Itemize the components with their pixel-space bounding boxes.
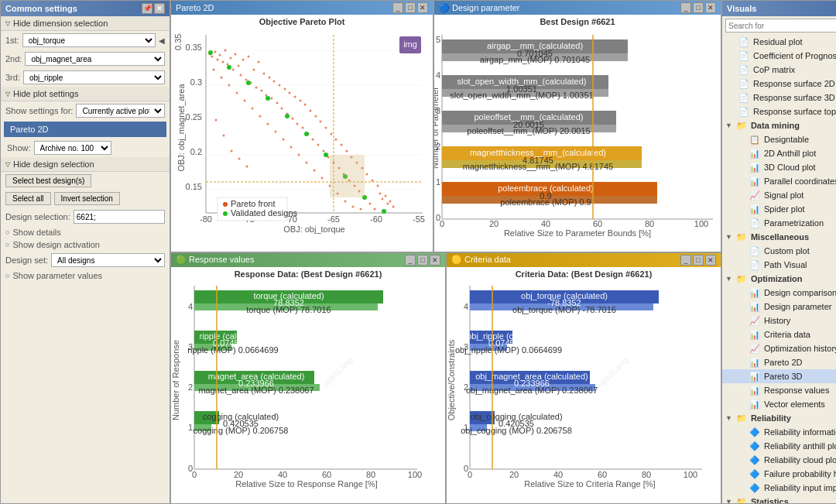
tree-item-pareto3d[interactable]: 📊 Pareto 3D — [722, 369, 836, 383]
opt-arrow[interactable]: ▼ — [725, 275, 732, 283]
tree-item-designtable[interactable]: 📋 Designtable — [722, 132, 836, 146]
svg-point-58 — [300, 100, 302, 102]
criteria-close[interactable]: ✕ — [705, 255, 716, 266]
select-best-button[interactable]: Select best design(s) — [5, 174, 91, 187]
hide-dimension-section[interactable]: ▽ Hide dimension selection — [1, 16, 170, 31]
tree-item-cloud3d[interactable]: 📊 3D Cloud plot — [722, 160, 836, 174]
svg-point-88 — [377, 185, 379, 187]
close-button[interactable]: ✕ — [154, 3, 165, 14]
tree-item-rs3d[interactable]: 📄 Response surface 3D plot — [722, 91, 836, 105]
tree-item-rel-imp[interactable]: 🔷 Reliability input importance — [722, 481, 836, 495]
tree-item-spider[interactable]: 📊 Spider plot — [722, 202, 836, 216]
svg-point-76 — [346, 150, 348, 153]
svg-text:4: 4 — [464, 302, 468, 311]
show-dropdown[interactable]: Archive no. 100 — [34, 141, 111, 155]
visuals-titlebar: Visuals 📌 ✕ — [722, 1, 836, 16]
tree-item-design-compare[interactable]: 📊 Design comparison plot — [722, 286, 836, 300]
tree-item-label: Reliability information — [764, 427, 836, 437]
show-param-row[interactable]: ○ Show parameter values — [1, 269, 170, 282]
first-dropdown[interactable]: obj_torque — [22, 33, 156, 47]
svg-point-24 — [211, 56, 214, 58]
tree-item-rs2d[interactable]: 📄 Response surface 2D plot — [722, 77, 836, 91]
pareto-minimize[interactable]: _ — [392, 2, 403, 13]
show-row: Show: Archive no. 100 — [1, 139, 170, 157]
criteria-maximize[interactable]: □ — [693, 255, 704, 266]
svg-text:0.3: 0.3 — [190, 77, 202, 87]
svg-text:100: 100 — [684, 470, 697, 479]
svg-point-124 — [285, 114, 290, 118]
hide-design-section[interactable]: ▽ Hide design selection — [1, 157, 170, 172]
svg-text:20: 20 — [509, 470, 519, 479]
tree-item-label: Failure probability history — [764, 469, 836, 478]
svg-point-38 — [248, 56, 250, 58]
svg-text:40: 40 — [553, 470, 563, 479]
hide-plot-section[interactable]: ▽ Hide plot settings — [1, 87, 170, 101]
pareto-close[interactable]: ✕ — [417, 2, 428, 13]
tree-item-cop[interactable]: 📄 Coefficient of Prognosis — [722, 49, 836, 63]
tree-item-residual[interactable]: 📄 Residual plot — [722, 35, 836, 49]
second-dropdown[interactable]: obj_magnet_area — [25, 52, 165, 66]
criteria-minimize[interactable]: _ — [680, 255, 691, 266]
tree-item-rstop[interactable]: 📄 Response surface topview ... — [722, 105, 836, 118]
design-minimize[interactable]: _ — [680, 2, 691, 13]
active-item-label: Pareto 2D — [10, 125, 49, 134]
tree-item-cop-matrix[interactable]: 📄 CoP matrix — [722, 63, 836, 77]
tree-item-anthill2d[interactable]: 📊 2D Anthill plot — [722, 146, 836, 160]
tree-item-criteria[interactable]: 📊 Criteria data — [722, 327, 836, 341]
pin-button[interactable]: 📌 — [142, 3, 152, 14]
svg-point-42 — [258, 61, 260, 63]
show-settings-dropdown[interactable]: Currently active plot — [76, 104, 165, 118]
svg-point-31 — [230, 57, 232, 60]
opt-folder-icon: 📁 — [735, 273, 748, 285]
third-field-row: 3rd: obj_ripple — [1, 68, 170, 87]
tree-item-vector[interactable]: 📊 Vector elements — [722, 397, 836, 411]
design-selection-input[interactable] — [74, 210, 165, 224]
tree-item-label: Parametrization — [764, 218, 824, 228]
residual-icon: 📄 — [738, 36, 750, 48]
design-set-dropdown[interactable]: All designs — [51, 253, 165, 267]
misc-arrow[interactable]: ▼ — [725, 233, 732, 241]
tree-item-parallel[interactable]: 📊 Parallel coordinates plot — [722, 174, 836, 188]
response-maximize[interactable]: □ — [417, 255, 428, 266]
svg-text:60: 60 — [598, 470, 607, 479]
visuals-search-input[interactable] — [725, 19, 836, 33]
svg-text:0: 0 — [440, 219, 444, 228]
show-details-row[interactable]: ○ Show details — [1, 226, 170, 238]
svg-text:4: 4 — [188, 302, 193, 311]
tree-item-history[interactable]: 📈 History — [722, 314, 836, 327]
tree-item-rel-cloud[interactable]: 🔷 Reliability cloud plot — [722, 453, 836, 467]
active-item[interactable]: Pareto 2D — [4, 122, 166, 137]
tree-item-design-param[interactable]: 📊 Design parameter — [722, 300, 836, 314]
tree-item-response-values[interactable]: 📊 Response values — [722, 383, 836, 397]
design-maximize[interactable]: □ — [693, 2, 704, 13]
rel-arrow[interactable]: ▼ — [725, 414, 732, 422]
svg-point-125 — [304, 132, 309, 136]
response-minimize[interactable]: _ — [405, 255, 416, 266]
tree-item-pareto2d[interactable]: 📊 Pareto 2D — [722, 355, 836, 369]
tree-item-rel-ant[interactable]: 🔷 Reliability anthill plot — [722, 439, 836, 453]
tree-item-opt-hist[interactable]: 📈 Optimization history (Beta) — [722, 341, 836, 355]
left-panel-title: Common settings — [5, 4, 77, 13]
tree-item-path-visual[interactable]: 📄 Path Visual — [722, 258, 836, 272]
tree-item-param[interactable]: 📄 Parametrization — [722, 216, 836, 230]
svg-point-91 — [385, 195, 387, 197]
tree-item-rel-info[interactable]: 🔷 Reliability information — [722, 425, 836, 439]
tree-item-fail-prob[interactable]: 🔷 Failure probability history — [722, 467, 836, 481]
data-mining-arrow[interactable]: ▼ — [725, 122, 732, 129]
design-close[interactable]: ✕ — [705, 2, 716, 13]
svg-text:0.25: 0.25 — [186, 112, 202, 122]
stat-arrow[interactable]: ▼ — [725, 498, 732, 503]
svg-text:obj_ripple (MOP) 0.0664699: obj_ripple (MOP) 0.0664699 — [455, 345, 562, 355]
svg-text:magnetthickness__mm_(MOP) 4.81: magnetthickness__mm_(MOP) 4.81745 — [463, 162, 613, 171]
show-design-row[interactable]: ○ Show design activation — [1, 238, 170, 251]
tree-item-signal[interactable]: 📈 Signal plot — [722, 188, 836, 202]
design-selection-label: Design selection: — [5, 212, 70, 221]
select-all-button[interactable]: Select all — [5, 192, 51, 205]
invert-button[interactable]: Invert selection — [54, 192, 120, 205]
tree-item-custom[interactable]: 📄 Custom plot — [722, 244, 836, 258]
pareto-maximize[interactable]: □ — [405, 2, 416, 13]
svg-text:-60: -60 — [370, 214, 382, 224]
third-dropdown[interactable]: obj_ripple — [23, 70, 165, 84]
response-close[interactable]: ✕ — [430, 255, 440, 266]
svg-text:Pareto front: Pareto front — [231, 199, 275, 208]
